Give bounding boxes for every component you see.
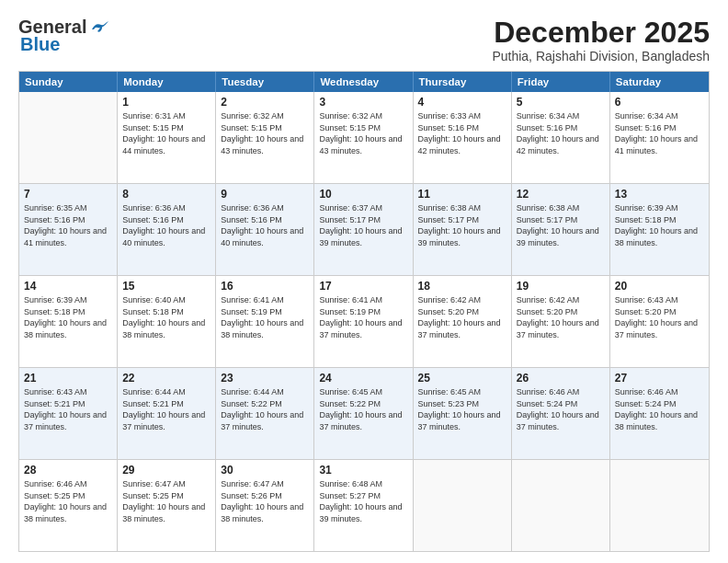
day-number: 3	[319, 96, 407, 109]
day-cell-18: 18Sunrise: 6:42 AMSunset: 5:20 PMDayligh…	[414, 276, 512, 367]
day-number: 5	[517, 96, 605, 109]
header-day-saturday: Saturday	[610, 72, 709, 92]
calendar-body: 1Sunrise: 6:31 AMSunset: 5:15 PMDaylight…	[19, 92, 709, 551]
day-info: Sunrise: 6:39 AMSunset: 5:18 PMDaylight:…	[615, 202, 704, 248]
day-info: Sunrise: 6:32 AMSunset: 5:15 PMDaylight:…	[221, 110, 309, 156]
day-cell-10: 10Sunrise: 6:37 AMSunset: 5:17 PMDayligh…	[314, 184, 413, 275]
day-number: 30	[221, 464, 309, 477]
day-number: 24	[319, 372, 407, 385]
title-area: December 2025 Puthia, Rajshahi Division,…	[492, 17, 710, 63]
day-number: 9	[221, 188, 309, 201]
day-number: 6	[615, 96, 704, 109]
day-cell-25: 25Sunrise: 6:45 AMSunset: 5:23 PMDayligh…	[414, 368, 512, 459]
day-cell-14: 14Sunrise: 6:39 AMSunset: 5:18 PMDayligh…	[19, 276, 118, 367]
empty-cell	[512, 460, 610, 551]
day-cell-31: 31Sunrise: 6:48 AMSunset: 5:27 PMDayligh…	[314, 460, 413, 551]
day-number: 10	[319, 188, 407, 201]
day-cell-16: 16Sunrise: 6:41 AMSunset: 5:19 PMDayligh…	[216, 276, 314, 367]
day-cell-15: 15Sunrise: 6:40 AMSunset: 5:18 PMDayligh…	[118, 276, 216, 367]
day-number: 11	[418, 188, 506, 201]
day-info: Sunrise: 6:41 AMSunset: 5:19 PMDaylight:…	[319, 294, 407, 340]
day-number: 25	[418, 372, 506, 385]
day-info: Sunrise: 6:32 AMSunset: 5:15 PMDaylight:…	[319, 110, 407, 156]
calendar-week-4: 21Sunrise: 6:43 AMSunset: 5:21 PMDayligh…	[19, 368, 709, 460]
day-number: 17	[319, 280, 407, 293]
day-number: 27	[615, 372, 704, 385]
day-info: Sunrise: 6:33 AMSunset: 5:16 PMDaylight:…	[418, 110, 506, 156]
day-info: Sunrise: 6:38 AMSunset: 5:17 PMDaylight:…	[418, 202, 506, 248]
day-number: 22	[122, 372, 210, 385]
day-info: Sunrise: 6:37 AMSunset: 5:17 PMDaylight:…	[319, 202, 407, 248]
day-number: 21	[24, 372, 112, 385]
day-info: Sunrise: 6:44 AMSunset: 5:22 PMDaylight:…	[221, 386, 309, 432]
day-info: Sunrise: 6:47 AMSunset: 5:25 PMDaylight:…	[122, 478, 210, 524]
day-number: 14	[24, 280, 112, 293]
header-day-sunday: Sunday	[19, 72, 118, 92]
day-info: Sunrise: 6:36 AMSunset: 5:16 PMDaylight:…	[122, 202, 210, 248]
calendar-week-1: 1Sunrise: 6:31 AMSunset: 5:15 PMDaylight…	[19, 92, 709, 184]
day-cell-3: 3Sunrise: 6:32 AMSunset: 5:15 PMDaylight…	[314, 92, 413, 183]
day-info: Sunrise: 6:31 AMSunset: 5:15 PMDaylight:…	[122, 110, 210, 156]
day-info: Sunrise: 6:46 AMSunset: 5:24 PMDaylight:…	[615, 386, 704, 432]
header: General Blue December 2025 Puthia, Rajsh…	[18, 17, 710, 63]
page: General Blue December 2025 Puthia, Rajsh…	[0, 0, 728, 563]
day-info: Sunrise: 6:39 AMSunset: 5:18 PMDaylight:…	[24, 294, 112, 340]
day-cell-13: 13Sunrise: 6:39 AMSunset: 5:18 PMDayligh…	[610, 184, 709, 275]
day-info: Sunrise: 6:48 AMSunset: 5:27 PMDaylight:…	[319, 478, 407, 524]
subtitle: Puthia, Rajshahi Division, Bangladesh	[492, 49, 710, 63]
day-cell-8: 8Sunrise: 6:36 AMSunset: 5:16 PMDaylight…	[118, 184, 216, 275]
day-number: 2	[221, 96, 309, 109]
empty-cell	[414, 460, 512, 551]
header-day-friday: Friday	[512, 72, 610, 92]
day-cell-4: 4Sunrise: 6:33 AMSunset: 5:16 PMDaylight…	[414, 92, 512, 183]
day-number: 20	[615, 280, 704, 293]
day-cell-17: 17Sunrise: 6:41 AMSunset: 5:19 PMDayligh…	[314, 276, 413, 367]
header-day-thursday: Thursday	[414, 72, 512, 92]
day-cell-24: 24Sunrise: 6:45 AMSunset: 5:22 PMDayligh…	[314, 368, 413, 459]
day-cell-23: 23Sunrise: 6:44 AMSunset: 5:22 PMDayligh…	[216, 368, 314, 459]
day-cell-5: 5Sunrise: 6:34 AMSunset: 5:16 PMDaylight…	[512, 92, 610, 183]
day-info: Sunrise: 6:46 AMSunset: 5:24 PMDaylight:…	[517, 386, 605, 432]
calendar-week-2: 7Sunrise: 6:35 AMSunset: 5:16 PMDaylight…	[19, 184, 709, 276]
calendar-week-5: 28Sunrise: 6:46 AMSunset: 5:25 PMDayligh…	[19, 460, 709, 551]
day-info: Sunrise: 6:44 AMSunset: 5:21 PMDaylight:…	[122, 386, 210, 432]
day-cell-6: 6Sunrise: 6:34 AMSunset: 5:16 PMDaylight…	[610, 92, 709, 183]
logo-blue: Blue	[20, 34, 60, 55]
day-number: 1	[122, 96, 210, 109]
day-cell-28: 28Sunrise: 6:46 AMSunset: 5:25 PMDayligh…	[19, 460, 118, 551]
day-cell-20: 20Sunrise: 6:43 AMSunset: 5:20 PMDayligh…	[610, 276, 709, 367]
day-info: Sunrise: 6:43 AMSunset: 5:21 PMDaylight:…	[24, 386, 112, 432]
day-number: 28	[24, 464, 112, 477]
day-cell-1: 1Sunrise: 6:31 AMSunset: 5:15 PMDaylight…	[118, 92, 216, 183]
day-info: Sunrise: 6:47 AMSunset: 5:26 PMDaylight:…	[221, 478, 309, 524]
day-info: Sunrise: 6:43 AMSunset: 5:20 PMDaylight:…	[615, 294, 704, 340]
logo: General Blue	[18, 17, 108, 55]
day-info: Sunrise: 6:45 AMSunset: 5:23 PMDaylight:…	[418, 386, 506, 432]
calendar: SundayMondayTuesdayWednesdayThursdayFrid…	[18, 71, 710, 552]
day-number: 29	[122, 464, 210, 477]
day-cell-29: 29Sunrise: 6:47 AMSunset: 5:25 PMDayligh…	[118, 460, 216, 551]
day-cell-7: 7Sunrise: 6:35 AMSunset: 5:16 PMDaylight…	[19, 184, 118, 275]
day-info: Sunrise: 6:41 AMSunset: 5:19 PMDaylight:…	[221, 294, 309, 340]
header-day-monday: Monday	[118, 72, 216, 92]
day-number: 13	[615, 188, 704, 201]
day-cell-12: 12Sunrise: 6:38 AMSunset: 5:17 PMDayligh…	[512, 184, 610, 275]
day-info: Sunrise: 6:42 AMSunset: 5:20 PMDaylight:…	[418, 294, 506, 340]
day-cell-26: 26Sunrise: 6:46 AMSunset: 5:24 PMDayligh…	[512, 368, 610, 459]
empty-cell	[19, 92, 118, 183]
day-cell-11: 11Sunrise: 6:38 AMSunset: 5:17 PMDayligh…	[414, 184, 512, 275]
day-info: Sunrise: 6:35 AMSunset: 5:16 PMDaylight:…	[24, 202, 112, 248]
calendar-week-3: 14Sunrise: 6:39 AMSunset: 5:18 PMDayligh…	[19, 276, 709, 368]
day-cell-2: 2Sunrise: 6:32 AMSunset: 5:15 PMDaylight…	[216, 92, 314, 183]
day-info: Sunrise: 6:45 AMSunset: 5:22 PMDaylight:…	[319, 386, 407, 432]
day-info: Sunrise: 6:46 AMSunset: 5:25 PMDaylight:…	[24, 478, 112, 524]
day-number: 23	[221, 372, 309, 385]
day-info: Sunrise: 6:38 AMSunset: 5:17 PMDaylight:…	[517, 202, 605, 248]
logo-bird-icon	[88, 20, 108, 37]
day-info: Sunrise: 6:36 AMSunset: 5:16 PMDaylight:…	[221, 202, 309, 248]
day-cell-22: 22Sunrise: 6:44 AMSunset: 5:21 PMDayligh…	[118, 368, 216, 459]
day-number: 12	[517, 188, 605, 201]
day-number: 15	[122, 280, 210, 293]
day-cell-30: 30Sunrise: 6:47 AMSunset: 5:26 PMDayligh…	[216, 460, 314, 551]
calendar-header: SundayMondayTuesdayWednesdayThursdayFrid…	[19, 72, 709, 92]
